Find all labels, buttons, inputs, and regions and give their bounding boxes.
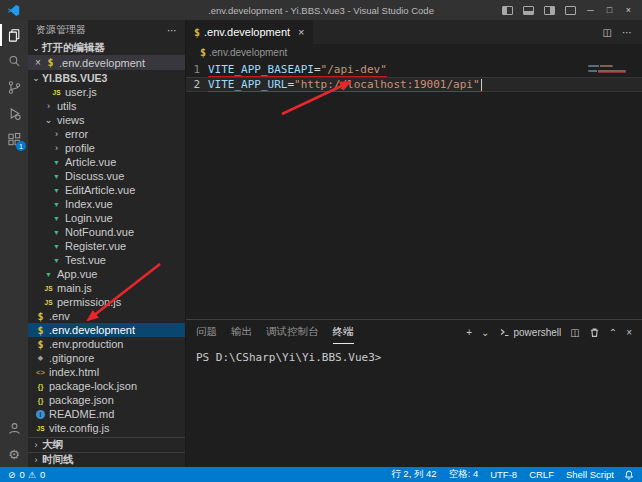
tree-item-package.json[interactable]: {} package.json [28,393,185,407]
panel-tab-problems[interactable]: 问题 [196,320,217,344]
status-language-mode[interactable]: Shell Script [566,469,614,480]
file-label: .env [49,310,70,322]
tree-item-main.js[interactable]: JS main.js [28,281,185,295]
code-line-2[interactable]: 2 VITE_APP_URL="http://localhost:19001/a… [186,77,642,92]
tab-env-development[interactable]: $ .env.development × [186,20,313,44]
split-terminal-icon[interactable]: ◫ [570,327,579,338]
toggle-panel-icon[interactable] [523,6,534,15]
file-label: index.html [49,366,99,378]
toggle-secondary-sidebar-icon[interactable] [544,6,555,15]
status-cursor-position[interactable]: 行 2, 列 42 [391,468,436,481]
chevron-right-icon: › [30,455,42,465]
toggle-sidebar-icon[interactable] [502,6,513,15]
source-control-icon[interactable] [0,74,28,100]
activity-bar: 1 ⚙ [0,20,28,467]
extensions-icon[interactable]: 1 [0,126,28,152]
file-label: EditArticle.vue [65,184,135,196]
code-line-1[interactable]: 1 VITE_APP_BASEAPI="/api-dev" [186,62,642,77]
tree-item-vite.config.js[interactable]: JS vite.config.js [28,421,185,435]
chevron-down-icon: ⌄ [30,73,42,83]
env-file-icon: $ [194,27,200,38]
run-debug-icon[interactable] [0,100,28,126]
tree-item-editarticle.vue[interactable]: ▼ EditArticle.vue [28,183,185,197]
status-encoding[interactable]: UTF-8 [490,469,517,480]
panel-tab-output[interactable]: 输出 [231,320,252,344]
code-editor[interactable]: 1 VITE_APP_BASEAPI="/api-dev" 2 VITE_APP… [186,60,642,319]
tree-item-.env.production[interactable]: $ .env.production [28,337,185,351]
file-label: permission.js [57,296,121,308]
shell-selector[interactable]: powershell [499,327,562,338]
close-button[interactable]: × [619,0,638,20]
js-file-icon: JS [42,299,55,306]
tree-item-login.vue[interactable]: ▼ Login.vue [28,211,185,225]
file-label: .gitignore [49,352,94,364]
minimize-button[interactable]: ─ [581,0,600,20]
git-file-icon: ◆ [34,354,47,362]
tree-item-readme.md[interactable]: i README.md [28,407,185,421]
tree-item-.env.development[interactable]: $ .env.development [28,323,185,337]
close-editor-icon[interactable]: × [32,57,44,68]
terminal-dropdown-icon[interactable]: ⌄ [481,327,489,338]
explorer-icon[interactable] [0,22,28,48]
env-file-icon: $ [34,339,47,350]
tree-item-package-lock.json[interactable]: {} package-lock.json [28,379,185,393]
kill-terminal-icon[interactable] [589,327,600,338]
more-actions-icon[interactable]: ⋯ [622,27,632,38]
token-op: = [314,63,321,76]
project-header[interactable]: ⌄ YI.BBS.VUE3 [28,70,185,85]
code-lines[interactable]: 1 VITE_APP_BASEAPI="/api-dev" 2 VITE_APP… [186,62,642,92]
search-icon[interactable] [0,48,28,74]
json-file-icon: {} [34,382,47,391]
chevron-right-icon: › [30,440,42,450]
tree-item-register.vue[interactable]: ▼ Register.vue [28,239,185,253]
file-label: vite.config.js [49,422,110,434]
chevron-right-icon: › [42,101,55,111]
line-number: 2 [186,78,208,91]
tree-item-.env[interactable]: $ .env [28,309,185,323]
tree-item-notfound.vue[interactable]: ▼ NotFound.vue [28,225,185,239]
problems-status[interactable]: ⊘ 0 ⚠ 0 [8,469,45,480]
maximize-panel-icon[interactable]: ⌃ [609,327,617,338]
account-icon[interactable] [0,415,28,441]
tree-item-profile[interactable]: › profile [28,141,185,155]
panel-tab-debug-console[interactable]: 调试控制台 [266,320,319,344]
notifications-bell-icon[interactable] [624,470,634,480]
status-eol[interactable]: CRLF [529,469,554,480]
tree-item-discuss.vue[interactable]: ▼ Discuss.vue [28,169,185,183]
tree-item-utils[interactable]: › utils [28,99,185,113]
tree-item-user.js[interactable]: JS user.js [28,85,185,99]
terminal-prompt: PS D:\CSharp\Yi\Yi.BBS.Vue3> [196,351,381,364]
breadcrumb-label: .env.development [209,47,287,58]
tree-item-permission.js[interactable]: JS permission.js [28,295,185,309]
timeline-header[interactable]: › 时间线 [28,452,185,467]
tree-item-app.vue[interactable]: ▼ App.vue [28,267,185,281]
outline-header[interactable]: › 大纲 [28,437,185,452]
breadcrumb[interactable]: $ .env.development [186,44,642,60]
more-actions-icon[interactable]: ⋯ [167,25,177,36]
tree-item-views[interactable]: ⌄ views [28,113,185,127]
customize-layout-icon[interactable] [565,6,576,15]
file-label: Test.vue [65,254,106,266]
tree-item-article.vue[interactable]: ▼ Article.vue [28,155,185,169]
tree-item-.gitignore[interactable]: ◆ .gitignore [28,351,185,365]
settings-gear-icon[interactable]: ⚙ [0,441,28,467]
minimap-line-1 [588,65,613,67]
tree-item-test.vue[interactable]: ▼ Test.vue [28,253,185,267]
open-editor-item[interactable]: × $ .env.development [28,55,185,70]
close-panel-icon[interactable]: × [626,327,632,338]
panel-tab-terminal[interactable]: 终端 [333,320,354,344]
open-editors-header[interactable]: ⌄ 打开的编辑器 [28,40,185,55]
status-indentation[interactable]: 空格: 4 [449,468,479,481]
tree-item-error[interactable]: › error [28,127,185,141]
tree-item-index.html[interactable]: <> index.html [28,365,185,379]
tree-item-index.vue[interactable]: ▼ Index.vue [28,197,185,211]
maximize-button[interactable]: □ [600,0,619,20]
token-string: "http://localhost:19001/api" [294,78,479,91]
new-terminal-icon[interactable]: + [466,327,472,338]
tab-close-icon[interactable]: × [298,26,304,38]
terminal-content[interactable]: PS D:\CSharp\Yi\Yi.BBS.Vue3> [186,344,642,467]
env-file-icon: $ [200,47,206,58]
split-editor-icon[interactable]: ◫ [603,27,612,38]
panel-tabs: 问题输出调试控制台终端 [196,320,354,344]
minimap[interactable] [588,62,634,112]
